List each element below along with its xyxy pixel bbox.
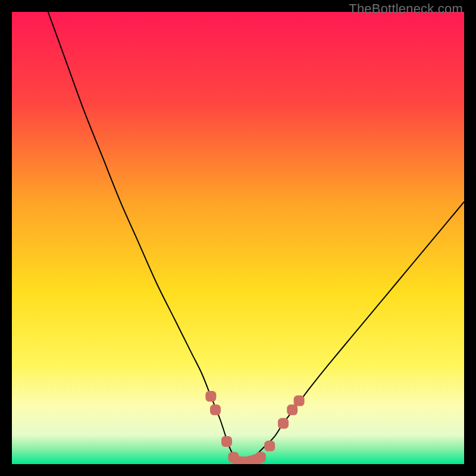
bottleneck-curve bbox=[48, 12, 464, 462]
highlight-marker bbox=[264, 441, 275, 452]
highlight-marker bbox=[255, 452, 266, 463]
chart-root: TheBottleneck.com bbox=[0, 0, 476, 476]
curve-layer bbox=[12, 12, 464, 464]
highlight-marker bbox=[278, 418, 289, 429]
highlight-marker bbox=[210, 405, 221, 415]
watermark-text: TheBottleneck.com bbox=[349, 1, 463, 17]
highlight-marker bbox=[221, 436, 232, 447]
highlight-marker bbox=[294, 396, 305, 406]
highlight-marker bbox=[287, 405, 298, 415]
plot-area bbox=[12, 12, 464, 464]
highlight-markers bbox=[205, 391, 304, 464]
highlight-marker bbox=[205, 391, 216, 402]
